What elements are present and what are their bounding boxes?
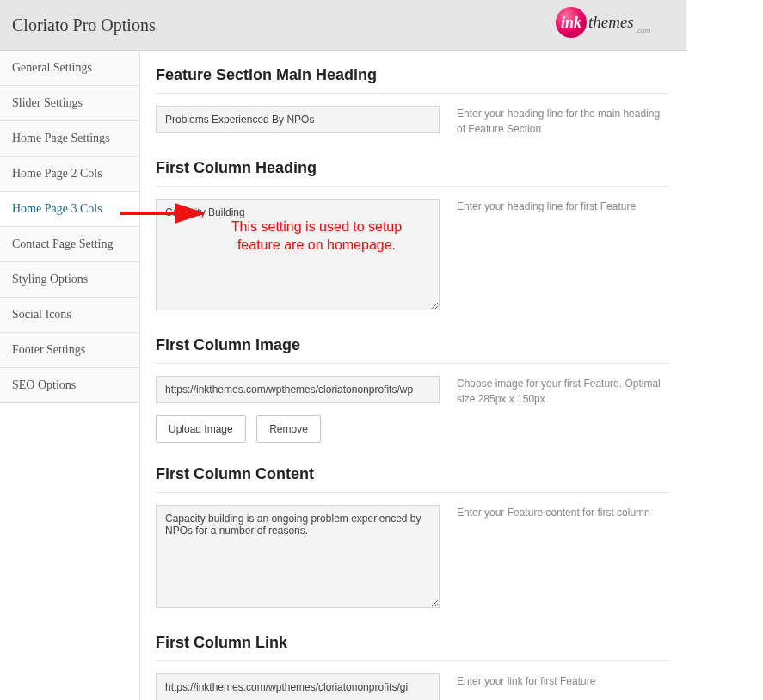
first-column-link-title: First Column Link [156, 634, 669, 652]
first-column-content-hint: Enter your Feature content for first col… [457, 505, 669, 611]
logo-ball-icon: ink [556, 7, 587, 38]
sidebar-item-styling-options[interactable]: Styling Options [0, 262, 139, 298]
sidebar-item-social-icons[interactable]: Social Icons [0, 298, 139, 333]
first-column-link-input[interactable] [156, 673, 440, 700]
remove-image-button[interactable]: Remove [256, 415, 321, 443]
feature-main-heading-input[interactable] [156, 106, 440, 133]
options-panel: Feature Section Main Heading Enter your … [139, 51, 686, 700]
divider [156, 492, 669, 493]
logo-text: themes [588, 13, 634, 32]
sidebar-item-contact-page-setting[interactable]: Contact Page Setting [0, 227, 139, 262]
first-column-heading-input[interactable] [156, 199, 440, 310]
divider [156, 93, 669, 94]
settings-sidebar: General Settings Slider Settings Home Pa… [0, 51, 139, 700]
first-column-heading-hint: Enter your heading line for first Featur… [457, 199, 669, 314]
first-column-heading-title: First Column Heading [156, 159, 669, 177]
first-column-content-input[interactable] [156, 505, 440, 608]
first-column-image-hint: Choose image for your first Feature. Opt… [457, 376, 669, 407]
upload-image-button[interactable]: Upload Image [156, 415, 246, 443]
page-title: Cloriato Pro Options [0, 15, 156, 35]
sidebar-item-seo-options[interactable]: SEO Options [0, 368, 139, 403]
sidebar-item-slider-settings[interactable]: Slider Settings [0, 86, 139, 121]
first-column-image-title: First Column Image [156, 336, 669, 354]
inkthemes-logo: ink themes .com [556, 2, 668, 43]
divider [156, 186, 669, 187]
feature-section-main-heading-title: Feature Section Main Heading [156, 66, 669, 84]
logo-subtext: .com [636, 27, 650, 34]
sidebar-item-home-page-settings[interactable]: Home Page Settings [0, 121, 139, 157]
sidebar-item-general-settings[interactable]: General Settings [0, 51, 139, 86]
divider [156, 363, 669, 364]
options-header: Cloriato Pro Options ink themes .com [0, 0, 686, 51]
first-column-image-input[interactable] [156, 376, 440, 403]
first-column-link-hint: Enter your link for first Feature [457, 673, 669, 700]
sidebar-item-home-page-3-cols[interactable]: Home Page 3 Cols [0, 192, 139, 227]
divider [156, 660, 669, 661]
sidebar-item-home-page-2-cols[interactable]: Home Page 2 Cols [0, 157, 139, 192]
sidebar-item-footer-settings[interactable]: Footer Settings [0, 333, 139, 368]
feature-main-heading-hint: Enter your heading line for the main hea… [457, 106, 669, 137]
first-column-content-title: First Column Content [156, 465, 669, 483]
